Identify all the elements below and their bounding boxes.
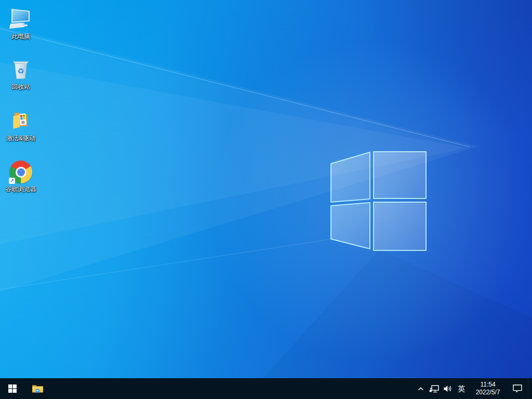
action-center-button[interactable]	[507, 378, 528, 399]
desktop-icon-label: 激活&驱动	[6, 135, 35, 142]
language-indicator[interactable]: 英	[454, 378, 469, 399]
file-explorer-button[interactable]	[25, 378, 50, 399]
taskbar-empty-area[interactable]	[50, 378, 415, 399]
speaker-icon	[443, 385, 452, 393]
desktop-icon-label: 谷歌浏览器	[5, 185, 36, 193]
monitor-keyboard-icon	[8, 6, 33, 31]
ethernet-icon	[429, 385, 439, 393]
shortcut-arrow-icon: ↗	[9, 178, 15, 184]
desktop-icon-label: 回收站	[11, 83, 30, 90]
svg-text:♻: ♻	[17, 66, 24, 76]
chevron-up-icon	[418, 387, 424, 391]
taskbar: 英 11:54 2022/5/7	[0, 378, 532, 399]
show-hidden-icons-button[interactable]	[415, 378, 427, 399]
action-center-icon	[512, 384, 523, 393]
desktop-icon-label: 此电脑	[11, 33, 30, 40]
recycle-bin-icon: ♻	[8, 57, 33, 82]
wallpaper-light-rays	[0, 0, 532, 399]
file-explorer-icon	[31, 382, 44, 395]
volume-tray-button[interactable]	[441, 378, 454, 399]
open-folder-windows-icon	[8, 108, 33, 133]
show-desktop-button[interactable]	[528, 378, 532, 399]
start-button[interactable]	[0, 378, 25, 399]
chrome-icon: ↗	[8, 159, 33, 184]
desktop-icon-activation-drivers[interactable]: 激活&驱动	[1, 108, 41, 156]
clock-time: 11:54	[480, 381, 495, 389]
wallpaper	[0, 0, 532, 399]
clock[interactable]: 11:54 2022/5/7	[469, 378, 507, 399]
network-tray-button[interactable]	[427, 378, 441, 399]
chrome-blue-center	[17, 168, 25, 176]
windows-start-icon	[8, 384, 17, 393]
clock-date: 2022/5/7	[476, 389, 500, 396]
desktop: 此电脑 ♻ 回收站	[0, 0, 532, 399]
desktop-icon-google-chrome[interactable]: ↗ 谷歌浏览器	[1, 159, 41, 207]
desktop-icon-this-pc[interactable]: 此电脑	[1, 6, 41, 54]
desktop-icon-recycle-bin[interactable]: ♻ 回收站	[1, 57, 41, 104]
